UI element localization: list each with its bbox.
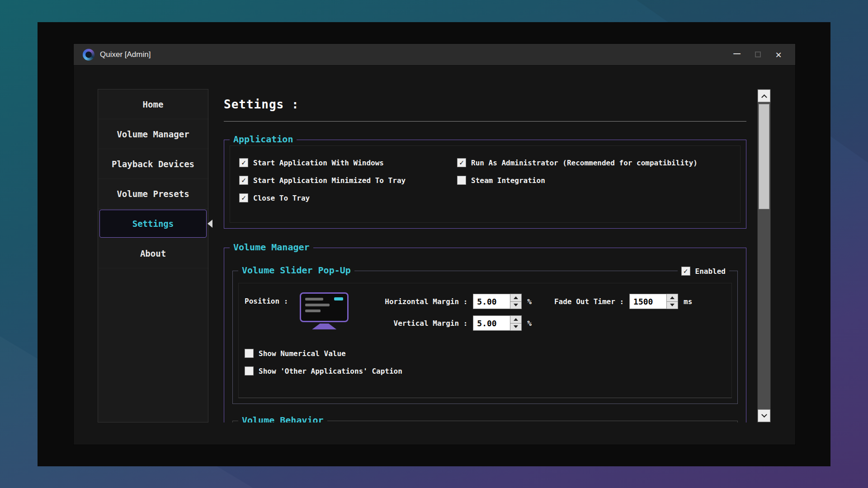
checkbox-label: Close To Tray <box>253 194 310 202</box>
volume-manager-group-title: Volume Manager <box>230 242 313 253</box>
horizontal-margin-spinbox <box>473 294 522 309</box>
arrow-down-icon <box>514 304 518 306</box>
sidebar-item-home[interactable]: Home <box>98 89 208 119</box>
spin-down-button[interactable] <box>510 302 522 310</box>
quixer-window: Quixer [Admin] – ✕ Home Volume Manager P… <box>73 43 796 445</box>
volume-manager-groupbox: Volume Manager Volume Slider Pop-Up Enab… <box>224 248 746 422</box>
vertical-margin-input[interactable] <box>473 315 510 331</box>
sidebar-item-label: Home <box>143 99 164 109</box>
volume-behavior-groupbox: Volume Behavior <box>232 421 738 422</box>
sidebar-item-label: Volume Manager <box>117 129 189 139</box>
sidebar-item-volume-presets[interactable]: Volume Presets <box>98 179 208 209</box>
sidebar-item-about[interactable]: About <box>98 239 208 268</box>
sidebar-item-playback-devices[interactable]: Playback Devices <box>98 149 208 179</box>
chevron-down-icon <box>761 412 767 418</box>
scrollbar-thumb[interactable] <box>759 104 769 209</box>
monitor-content-bar <box>305 304 330 306</box>
fade-out-timer-row: Fade Out Timer : ms <box>554 292 692 310</box>
vertical-margin-label: Vertical Margin : <box>375 319 467 328</box>
monitor-content-bar <box>305 298 323 300</box>
sidebar-item-volume-manager[interactable]: Volume Manager <box>98 119 208 149</box>
sidebar-item-label: Settings <box>132 219 174 229</box>
application-groupbox: Application Start Application With Windo… <box>224 140 746 229</box>
monitor-icon <box>300 292 349 322</box>
popup-position-indicator <box>334 297 343 300</box>
page-title: Settings : <box>224 96 746 113</box>
arrow-down-icon <box>514 325 518 328</box>
checkbox-label: Start Application With Windows <box>253 159 384 167</box>
run-as-admin-checkbox[interactable] <box>457 158 466 167</box>
spin-up-button[interactable] <box>666 294 678 302</box>
popup-enabled-row: Enabled <box>678 266 729 277</box>
horizontal-margin-label: Horizontal Margin : <box>375 297 467 306</box>
margin-fields: Horizontal Margin : <box>375 292 532 332</box>
close-button[interactable]: ✕ <box>768 44 789 66</box>
minimize-button[interactable]: – <box>726 44 747 66</box>
show-other-apps-caption-checkbox[interactable] <box>245 366 254 375</box>
maximize-button[interactable] <box>747 44 768 66</box>
show-numerical-value-row: Show Numerical Value <box>245 347 731 359</box>
checkbox-label: Show 'Other Applications' Caption <box>259 367 402 375</box>
position-picker[interactable] <box>300 292 349 329</box>
window-outer-frame: Quixer [Admin] – ✕ Home Volume Manager P… <box>38 22 830 466</box>
spin-down-button[interactable] <box>666 302 678 310</box>
checkbox-label: Steam Integration <box>471 176 545 185</box>
start-minimized-checkbox[interactable] <box>239 176 248 185</box>
window-title: Quixer [Admin] <box>100 50 151 59</box>
monitor-content-bar <box>305 310 321 312</box>
maximize-icon <box>755 52 761 57</box>
position-label: Position : <box>245 292 288 310</box>
show-numerical-value-checkbox[interactable] <box>245 349 254 358</box>
fade-out-timer-unit: ms <box>684 297 692 306</box>
sidebar-item-label: Playback Devices <box>112 159 194 169</box>
title-divider <box>224 121 746 122</box>
horizontal-margin-unit: % <box>527 297 532 306</box>
popup-inner-frame: Position : <box>238 283 732 398</box>
vertical-margin-unit: % <box>527 319 532 328</box>
horizontal-margin-input[interactable] <box>473 294 510 309</box>
steam-integration-checkbox[interactable] <box>457 176 466 185</box>
fade-out-timer-input[interactable] <box>629 294 666 309</box>
arrow-up-icon <box>514 296 518 299</box>
vertical-scrollbar[interactable] <box>757 89 771 422</box>
popup-enabled-checkbox[interactable] <box>681 267 690 276</box>
quixer-logo-icon <box>83 49 94 61</box>
checkbox-label: Start Application Minimized To Tray <box>253 176 406 185</box>
popup-enabled-label: Enabled <box>695 267 726 276</box>
start-with-windows-checkbox[interactable] <box>239 158 248 167</box>
scroll-up-button[interactable] <box>758 89 770 102</box>
checkbox-label: Run As Administrator (Recommended for co… <box>471 159 698 167</box>
sidebar-item-settings[interactable]: Settings <box>99 210 207 238</box>
volume-slider-popup-groupbox: Volume Slider Pop-Up Enabled Position : <box>232 271 738 404</box>
run-as-admin-row: Run As Administrator (Recommended for co… <box>457 157 698 169</box>
chevron-up-icon <box>761 94 767 100</box>
show-other-apps-caption-row: Show 'Other Applications' Caption <box>245 365 731 377</box>
vertical-margin-row: Vertical Margin : % <box>375 314 532 332</box>
start-with-windows-row: Start Application With Windows <box>239 157 457 169</box>
popup-group-title: Volume Slider Pop-Up <box>238 265 354 276</box>
horizontal-margin-row: Horizontal Margin : <box>375 292 532 310</box>
spin-up-button[interactable] <box>510 315 522 324</box>
spin-up-button[interactable] <box>510 294 522 302</box>
desktop-wallpaper: Quixer [Admin] – ✕ Home Volume Manager P… <box>0 0 868 488</box>
fade-out-timer-label: Fade Out Timer : <box>554 297 624 306</box>
application-group-title: Application <box>230 134 297 145</box>
fade-out-timer-spinbox <box>629 294 678 309</box>
close-to-tray-row: Close To Tray <box>239 192 457 204</box>
sidebar-item-label: About <box>140 249 166 258</box>
sidebar-nav: Home Volume Manager Playback Devices Vol… <box>98 89 208 422</box>
arrow-down-icon <box>670 304 675 306</box>
scroll-down-button[interactable] <box>758 409 770 422</box>
selected-item-arrow-icon <box>208 220 212 228</box>
titlebar[interactable]: Quixer [Admin] – ✕ <box>74 44 795 66</box>
spin-down-button[interactable] <box>510 324 522 331</box>
checkbox-label: Show Numerical Value <box>259 349 346 358</box>
volume-behavior-group-title: Volume Behavior <box>238 415 327 422</box>
sidebar-item-label: Volume Presets <box>117 189 189 199</box>
settings-panel: Settings : Application Start Application… <box>224 89 746 422</box>
monitor-stand-icon <box>312 324 336 329</box>
vertical-margin-spinbox <box>473 315 522 331</box>
steam-integration-row: Steam Integration <box>457 174 698 186</box>
popup-checkboxes: Show Numerical Value Show 'Other Applica… <box>245 347 731 377</box>
close-to-tray-checkbox[interactable] <box>239 193 248 202</box>
